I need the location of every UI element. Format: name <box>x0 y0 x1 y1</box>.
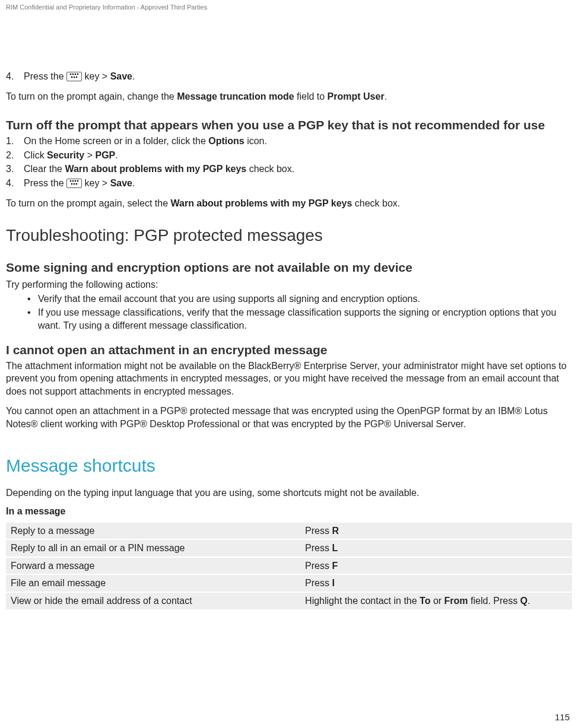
menu-key-icon <box>66 179 82 188</box>
shortcut-key: Highlight the contact in the To or From … <box>300 592 572 610</box>
step-number: 1. <box>6 135 24 148</box>
svg-point-8 <box>72 180 74 182</box>
bold: L <box>332 543 338 553</box>
svg-point-1 <box>72 73 74 75</box>
shortcut-key: Press L <box>300 539 572 557</box>
step-number: 3. <box>6 163 24 176</box>
svg-point-4 <box>71 76 73 78</box>
svg-point-7 <box>70 180 72 182</box>
text: On the Home screen or in a folder, click… <box>24 136 208 146</box>
bold: Security <box>47 150 84 160</box>
step-text: Clear the Warn about problems with my PG… <box>24 163 572 176</box>
shortcut-action: File an email message <box>6 574 300 592</box>
lead-para: Depending on the typing input language t… <box>6 487 572 500</box>
text: . <box>132 178 135 188</box>
text: . <box>385 91 387 101</box>
svg-point-3 <box>77 73 79 75</box>
text: . <box>115 150 117 160</box>
text: Press <box>305 526 332 536</box>
heading-message-shortcuts: Message shortcuts <box>6 456 572 476</box>
text: check box. <box>246 164 294 174</box>
table-row: Forward a message Press F <box>6 557 572 575</box>
heading-cannot-open: I cannot open an attachment in an encryp… <box>6 343 572 357</box>
text: Press <box>305 578 332 588</box>
text: Click <box>24 150 47 160</box>
svg-point-6 <box>76 76 78 78</box>
bold: To <box>420 596 430 606</box>
text: . <box>132 71 135 81</box>
shortcut-key: Press R <box>300 523 572 540</box>
bold: From <box>444 596 468 606</box>
shortcut-key: Press I <box>300 574 572 592</box>
bold: Warn about problems with my PGP keys <box>171 198 352 208</box>
shortcut-action: Reply to all in an email or a PIN messag… <box>6 539 300 557</box>
svg-point-9 <box>75 180 77 182</box>
bold: Prompt User <box>328 91 385 101</box>
bold: R <box>332 526 339 536</box>
text: To turn on the prompt again, change the <box>6 91 177 101</box>
shortcut-action: Forward a message <box>6 557 300 575</box>
menu-key-icon <box>66 72 82 81</box>
step-1: 1. On the Home screen or in a folder, cl… <box>6 135 572 148</box>
bold: Warn about problems with my PGP keys <box>65 164 246 174</box>
steps-a: 1. On the Home screen or in a folder, cl… <box>6 135 572 189</box>
svg-point-0 <box>70 73 72 75</box>
text: check box. <box>352 198 400 208</box>
text: or <box>430 596 444 606</box>
bold: F <box>332 561 338 571</box>
text: field to <box>294 91 328 101</box>
text: Press the <box>24 178 66 188</box>
confidential-header: RIM Confidential and Proprietary Informa… <box>6 4 572 11</box>
page-number: 115 <box>555 712 570 722</box>
text: field. Press <box>468 596 520 606</box>
text: key > <box>84 178 110 188</box>
step-4: 4. Press the key > Save. <box>6 177 572 190</box>
bold: Save <box>110 178 132 188</box>
text: Press <box>305 543 332 553</box>
heading-signing-options: Some signing and encryption options are … <box>6 260 572 275</box>
step-number: 2. <box>6 149 24 162</box>
step-3: 3. Clear the Warn about problems with my… <box>6 163 572 176</box>
bullet-list: Verify that the email account that you a… <box>27 293 572 332</box>
bold: Save <box>110 71 132 81</box>
step-text: Press the key > Save. <box>24 177 572 190</box>
bullet-item: Verify that the email account that you a… <box>27 293 572 306</box>
note-para: To turn on the prompt again, select the … <box>6 197 572 210</box>
text: Highlight the contact in the <box>305 596 420 606</box>
text: icon. <box>244 136 267 146</box>
svg-point-11 <box>71 183 73 185</box>
note-para: To turn on the prompt again, change the … <box>6 90 572 103</box>
shortcut-action: View or hide the email address of a cont… <box>6 592 300 610</box>
text: key > <box>84 71 110 81</box>
step-text: Press the key > Save. <box>24 70 572 83</box>
table-row: View or hide the email address of a cont… <box>6 592 572 610</box>
text: Press <box>305 561 332 571</box>
table-row: Reply to all in an email or a PIN messag… <box>6 539 572 557</box>
bold: Q <box>520 596 528 606</box>
step-2: 2. Click Security > PGP. <box>6 149 572 162</box>
heading-troubleshooting: Troubleshooting: PGP protected messages <box>6 226 572 245</box>
text: Clear the <box>24 164 65 174</box>
bold: I <box>332 578 334 588</box>
bullet-item: If you use message classifications, veri… <box>27 306 572 332</box>
text: . <box>528 596 530 606</box>
step-4: 4. Press the key > Save. <box>6 70 572 83</box>
lead-para: Try performing the following actions: <box>6 278 572 291</box>
table-row: Reply to a message Press R <box>6 523 572 540</box>
bold: PGP <box>95 150 115 160</box>
svg-point-13 <box>76 183 78 185</box>
text: To turn on the prompt again, select the <box>6 198 171 208</box>
shortcuts-table: Reply to a message Press R Reply to all … <box>6 523 572 611</box>
bold: Options <box>208 136 244 146</box>
text: > <box>84 150 95 160</box>
table-row: File an email message Press I <box>6 574 572 592</box>
heading-turn-off-prompt: Turn off the prompt that appears when yo… <box>6 118 572 132</box>
text: Press the <box>24 71 66 81</box>
svg-point-10 <box>77 180 79 182</box>
shortcut-action: Reply to a message <box>6 523 300 540</box>
step-text: Click Security > PGP. <box>24 149 572 162</box>
shortcut-key: Press F <box>300 557 572 575</box>
bold: Message truncation mode <box>177 91 294 101</box>
body-para: You cannot open an attachment in a PGP® … <box>6 405 572 430</box>
step-list-top: 4. Press the key > Save. <box>6 70 572 83</box>
